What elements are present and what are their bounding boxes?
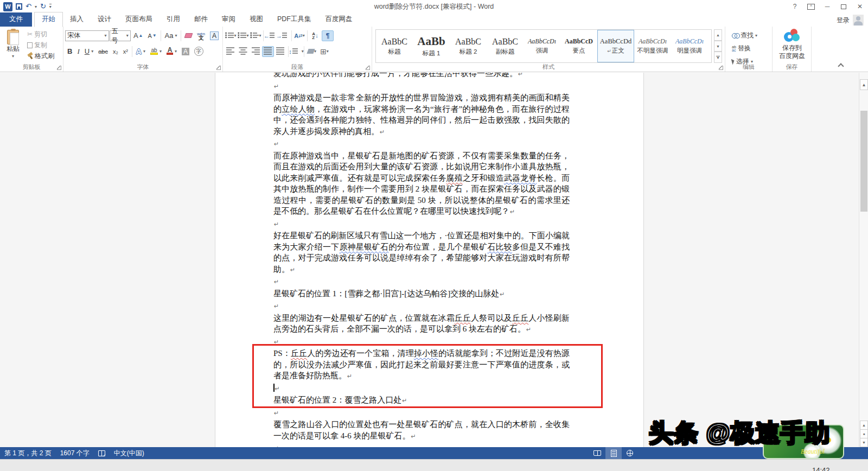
- sort-button[interactable]: AZ↓: [309, 30, 321, 41]
- shrink-font-button[interactable]: A▼: [145, 31, 158, 40]
- web-layout-button[interactable]: [622, 447, 638, 459]
- phonetic-guide-button[interactable]: wén文: [195, 31, 207, 41]
- ribbon-tab-4[interactable]: 页面布局: [118, 12, 159, 27]
- character-border-button[interactable]: A: [208, 30, 221, 41]
- change-case-button[interactable]: Aa▾: [163, 30, 180, 41]
- ribbon-tab-1[interactable]: 开始: [34, 12, 63, 27]
- grow-font-button[interactable]: A▲: [131, 30, 145, 41]
- styles-scroll-up-button[interactable]: ▲: [714, 29, 722, 41]
- help-button[interactable]: ?: [787, 1, 803, 12]
- shading-button[interactable]: ▾: [306, 46, 318, 57]
- asian-layout-button[interactable]: A⇄▾: [293, 30, 305, 41]
- close-button[interactable]: ✕: [852, 1, 868, 12]
- page-indicator[interactable]: 第 1 页，共 2 页: [0, 449, 56, 458]
- style-item-7[interactable]: AaBbCcDd↵正文: [597, 30, 634, 62]
- user-avatar[interactable]: [853, 15, 864, 26]
- replace-button[interactable]: abac替换: [730, 43, 760, 54]
- strikethrough-button[interactable]: abc: [96, 47, 110, 56]
- ribbon-tab-7[interactable]: 审阅: [215, 12, 242, 27]
- style-item-9[interactable]: AaBbCcDı明显强调: [671, 30, 708, 62]
- underline-button[interactable]: U▾: [82, 46, 95, 56]
- redo-icon[interactable]: ↻: [40, 3, 46, 10]
- document-page[interactable]: 爱玩游戏的小伙伴们能够打成一片，才能够在生活中获得一些乐趣。↵↵而原神游戏是一款…: [215, 73, 644, 447]
- bullets-button[interactable]: ▾: [225, 30, 237, 41]
- align-right-button[interactable]: [250, 46, 261, 57]
- save-icon[interactable]: [16, 3, 22, 10]
- superscript-button[interactable]: x²: [121, 47, 130, 56]
- increase-indent-button[interactable]: →: [278, 30, 290, 41]
- style-item-3[interactable]: AaBbC标题 2: [450, 30, 487, 62]
- copy-button[interactable]: 复制: [25, 40, 56, 50]
- word-app-icon[interactable]: W: [3, 2, 12, 11]
- style-item-5[interactable]: AaBbCcDı强调: [524, 30, 560, 62]
- clipboard-dialog-launcher[interactable]: [57, 66, 61, 70]
- font-size-combo[interactable]: 五号▾: [110, 30, 131, 41]
- word-count[interactable]: 1607 个字: [56, 449, 94, 458]
- styles-scroll-down-button[interactable]: ▼: [714, 41, 722, 52]
- style-item-1[interactable]: AaBbC标题: [376, 30, 413, 62]
- ribbon-tab-10[interactable]: 百度网盘: [318, 12, 360, 27]
- ribbon-tab-5[interactable]: 引用: [159, 12, 187, 27]
- clear-formatting-button[interactable]: [183, 32, 194, 39]
- style-item-6[interactable]: AaBbCcD要点: [560, 30, 597, 62]
- font-dialog-launcher[interactable]: [216, 66, 221, 70]
- tab-file[interactable]: 文件: [0, 12, 32, 27]
- borders-button[interactable]: ⊞▾: [318, 46, 330, 57]
- paste-button[interactable]: 粘贴 ▾: [2, 29, 24, 62]
- cut-button[interactable]: ✂剪切: [25, 29, 56, 40]
- multilevel-list-button[interactable]: ▾: [250, 30, 261, 41]
- styles-more-button[interactable]: ▼: [714, 52, 722, 63]
- paragraph-dialog-launcher[interactable]: [366, 66, 370, 70]
- save-to-baidu-button[interactable]: 保存到 百度网盘: [776, 29, 808, 60]
- character-shading-button[interactable]: A: [180, 47, 192, 56]
- previous-page-button[interactable]: ●: [860, 429, 868, 438]
- undo-icon[interactable]: ↶: [25, 3, 31, 10]
- format-painter-button[interactable]: 格式刷: [25, 50, 56, 61]
- ribbon-tab-2[interactable]: 插入: [63, 12, 91, 27]
- minimize-button[interactable]: ─: [819, 1, 835, 12]
- scroll-up-button[interactable]: ▲: [860, 79, 868, 90]
- next-page-button[interactable]: ▼: [860, 438, 868, 447]
- ribbon-tab-6[interactable]: 邮件: [187, 12, 215, 27]
- numbering-button[interactable]: ▾: [237, 30, 249, 41]
- customize-qat-icon[interactable]: ▾: [49, 4, 52, 9]
- print-layout-button[interactable]: [605, 447, 622, 459]
- bold-button[interactable]: B: [65, 46, 74, 56]
- sign-in-area[interactable]: 登录: [837, 15, 864, 26]
- subscript-button[interactable]: x₂: [111, 47, 120, 56]
- show-marks-button[interactable]: ¶: [322, 30, 334, 41]
- doc-paragraph: PS：丘丘人的旁边还有一个宝箱，清理掉小怪的话就能拿到；不过附近是没有热源的，所…: [273, 348, 570, 383]
- align-left-button[interactable]: [225, 46, 237, 57]
- decrease-indent-button[interactable]: ←: [265, 30, 277, 41]
- proofing-status-icon[interactable]: [98, 450, 105, 456]
- scrollbar-thumb[interactable]: [860, 111, 867, 212]
- font-name-combo[interactable]: 宋体▾: [65, 30, 109, 41]
- scroll-down-button[interactable]: ▲: [860, 421, 868, 430]
- style-item-4[interactable]: AaBbC副标题: [487, 30, 524, 62]
- vertical-scrollbar[interactable]: ▲ ▲ ● ▼: [859, 73, 868, 447]
- text-effects-button[interactable]: A▾: [134, 46, 148, 57]
- justify-button[interactable]: [262, 46, 274, 57]
- find-button[interactable]: 查找▾: [730, 30, 760, 41]
- ribbon-tab-8[interactable]: 视图: [242, 12, 270, 27]
- ribbon-display-options-button[interactable]: ˄: [803, 1, 819, 12]
- read-mode-button[interactable]: [589, 447, 605, 459]
- ribbon-tab-3[interactable]: 设计: [91, 12, 118, 27]
- restore-button[interactable]: [835, 1, 852, 12]
- highlight-button[interactable]: ab▾: [148, 47, 164, 56]
- styles-dialog-launcher[interactable]: [719, 66, 723, 70]
- sign-in-label[interactable]: 登录: [837, 16, 850, 25]
- line-spacing-button[interactable]: ↕▾: [290, 46, 302, 57]
- undo-dropdown-icon[interactable]: ▾: [35, 4, 37, 9]
- collapse-ribbon-icon[interactable]: [838, 63, 844, 69]
- font-color-button[interactable]: A▾: [164, 47, 179, 56]
- italic-button[interactable]: I: [75, 46, 81, 57]
- style-item-8[interactable]: AaBbCcDı不明显强调: [634, 30, 671, 62]
- enclose-characters-button[interactable]: 字: [192, 46, 206, 57]
- ribbon-tab-9[interactable]: PDF工具集: [270, 12, 318, 27]
- distribute-button[interactable]: [275, 46, 286, 57]
- language-indicator[interactable]: 中文(中国): [110, 449, 149, 458]
- style-item-2[interactable]: AaBb标题 1: [413, 30, 450, 62]
- align-center-button[interactable]: [237, 46, 249, 57]
- paste-dropdown-icon[interactable]: ▾: [12, 54, 14, 59]
